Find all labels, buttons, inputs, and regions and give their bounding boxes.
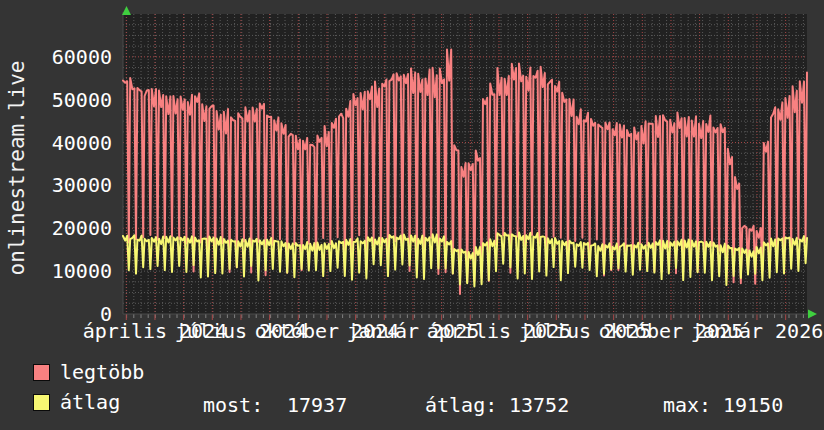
stat-max-value: 19150 — [723, 393, 783, 417]
plot-area: 0100002000030000400005000060000április 2… — [0, 0, 824, 355]
y-axis-label: 30000 — [52, 173, 112, 197]
stat-most-value: 17937 — [287, 393, 347, 417]
legend-swatch-atlag — [33, 394, 50, 411]
y-axis-label: 40000 — [52, 131, 112, 155]
x-axis-label: január 2026 — [691, 319, 823, 343]
legend-label-legtobb: legtöbb — [60, 363, 144, 381]
y-axis-label: 10000 — [52, 259, 112, 283]
stat-atlag-label: átlag: — [425, 393, 497, 417]
stat-most-label: most: — [203, 393, 263, 417]
y-axis-label: 20000 — [52, 216, 112, 240]
y-axis-label: 50000 — [52, 88, 112, 112]
legend-item-legtobb: legtöbb — [33, 363, 144, 381]
y-axis-label: 60000 — [52, 45, 112, 69]
stat-max-label: max: — [663, 393, 711, 417]
x-axis-arrow-icon — [808, 310, 817, 319]
y-axis-arrow-icon — [122, 6, 131, 15]
stat-atlag-value: 13752 — [509, 393, 569, 417]
legend-item-atlag: átlag — [33, 393, 120, 411]
graph-window: onlinestream.live 0100002000030000400005… — [0, 0, 824, 430]
legend-swatch-legtobb — [33, 364, 50, 381]
legend-label-atlag: átlag — [60, 393, 120, 411]
